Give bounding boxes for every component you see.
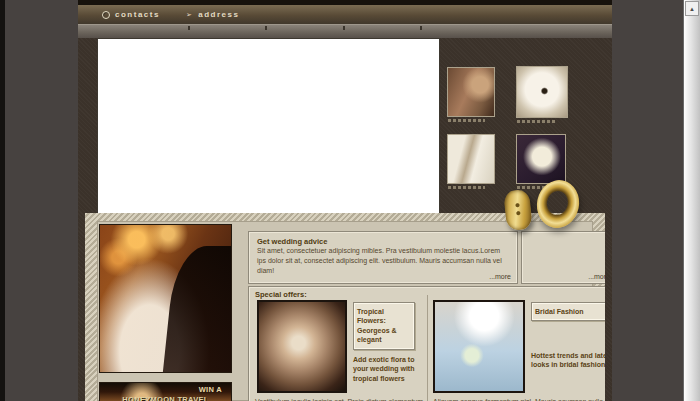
contacts-icon <box>102 11 110 19</box>
promo-line2: HONEYMOON TRAVEL <box>100 395 231 401</box>
bridal-fashion-label: Bridal Fashion <box>531 302 605 321</box>
thumb-caption <box>448 186 485 189</box>
browser-canvas: contacts ➢ address <box>0 0 700 401</box>
bride-photo <box>433 300 525 393</box>
tropical-flowers-label-text: Tropical Flowers: Georgeos & elegant <box>357 307 411 345</box>
tropical-body: Vestibulum iaculis lacinia est. Proin di… <box>255 397 425 401</box>
nav-contacts[interactable]: contacts <box>102 10 160 19</box>
dress-photo <box>448 135 494 183</box>
ruler-tick <box>188 26 190 30</box>
special-offers-title: Special offers: <box>255 290 307 299</box>
scroll-up-button[interactable]: ▲ <box>685 1 699 16</box>
wedding-site-page: contacts ➢ address <box>78 0 612 401</box>
bridal-fashion-label-text: Bridal Fashion <box>535 307 605 316</box>
jewelry-photo <box>448 68 494 116</box>
offers-divider <box>427 295 428 401</box>
window-left-edge <box>0 0 5 401</box>
nav-address-label: address <box>198 10 239 19</box>
honeymoon-promo-banner[interactable]: WIN A HONEYMOON TRAVEL TO PARADISE ISLAN… <box>99 382 232 401</box>
tropical-headline: Add exotic flora to your wedding with tr… <box>353 355 423 383</box>
address-arrow-icon: ➢ <box>186 11 193 18</box>
flash-banner-placeholder <box>97 38 440 216</box>
tropical-flowers-label: Tropical Flowers: Georgeos & elegant <box>353 302 415 350</box>
scrollbar[interactable]: ▲ <box>683 0 700 401</box>
bridal-headline: Hottest trends and latest looks in brida… <box>531 351 605 370</box>
advice-panel: Get wedding advice Sit amet, consectetue… <box>248 231 518 284</box>
couple-photo <box>99 224 232 373</box>
secondary-bar <box>78 24 612 38</box>
rings-more-link[interactable]: ...more <box>588 273 605 280</box>
ruler-tick <box>343 26 345 30</box>
top-navbar: contacts ➢ address <box>78 5 612 24</box>
advice-more-link[interactable]: ...more <box>489 273 511 280</box>
bridal-body: Aliquam congue fermentum nisl. Mauris ac… <box>433 397 605 401</box>
ruler-tick <box>420 26 422 30</box>
content-area: WIN A HONEYMOON TRAVEL TO PARADISE ISLAN… <box>85 213 605 401</box>
brooch-photo <box>517 67 567 117</box>
thumb-caption <box>448 119 485 122</box>
gallery-thumb-brooch[interactable] <box>516 66 568 118</box>
rose-photo <box>257 300 347 393</box>
special-offers-panel: Special offers: Tropical Flowers: George… <box>248 286 605 401</box>
content-inner: WIN A HONEYMOON TRAVEL TO PARADISE ISLAN… <box>97 221 593 401</box>
promo-line1: WIN A <box>100 383 231 395</box>
up-arrow-icon: ▲ <box>689 6 695 12</box>
rings-side-panel: ...more <box>521 231 605 284</box>
advice-title: Get wedding advice <box>257 237 509 246</box>
gold-ring-left <box>503 189 533 231</box>
thumb-caption <box>517 120 557 123</box>
nav-address[interactable]: ➢ address <box>186 10 240 19</box>
gold-ring-right <box>532 176 583 232</box>
gallery-thumb-jewelry[interactable] <box>447 67 495 117</box>
nav-contacts-label: contacts <box>115 10 160 19</box>
gallery-thumb-dress[interactable] <box>447 134 495 184</box>
advice-body: Sit amet, consectetuer adipiscing mibles… <box>257 246 509 275</box>
ruler-tick <box>265 26 267 30</box>
wedding-rings-image <box>499 176 583 234</box>
